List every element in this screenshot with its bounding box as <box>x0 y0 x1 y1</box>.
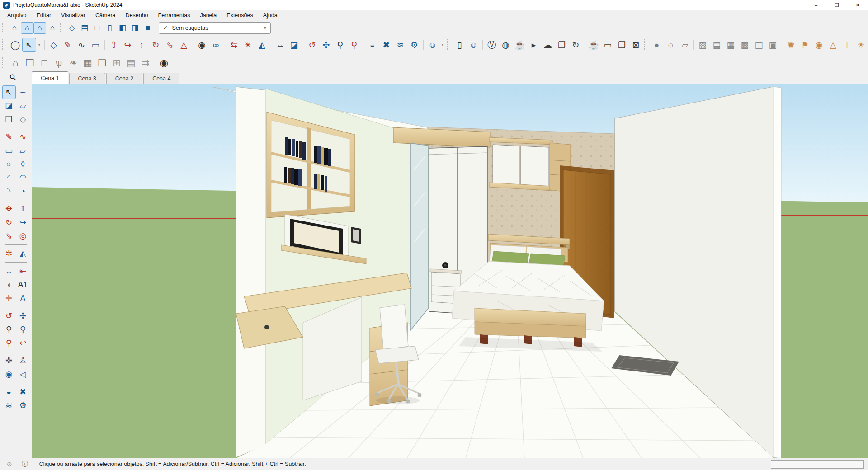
zoom-tool[interactable]: ⚲ <box>2 323 16 336</box>
style-xray-button[interactable]: ◇ <box>66 22 78 34</box>
vray-omni-light-button[interactable]: ☀ <box>854 38 868 52</box>
menu-item[interactable]: Ajuda <box>258 11 283 19</box>
vray-render-button[interactable]: ☕ <box>513 38 527 52</box>
rectangle-tool[interactable]: ▭ <box>2 144 16 157</box>
orbit-tool[interactable]: ↺ <box>305 38 319 52</box>
vray-infinite-plane-button[interactable]: ◫ <box>752 38 766 52</box>
vray-cone-light-button[interactable]: △ <box>826 38 840 52</box>
move-tool[interactable]: ↕ <box>135 38 149 52</box>
extension-globe-tool[interactable]: ◒ <box>2 385 16 399</box>
freehand-tool[interactable]: ∿ <box>75 38 89 52</box>
follow-me-tool[interactable]: ↪ <box>16 216 30 229</box>
three-point-arc-tool[interactable]: ◝ <box>2 184 16 198</box>
add-collaborator-button[interactable]: ☺ <box>467 38 481 52</box>
push-pull-tool[interactable]: ⇧ <box>107 38 121 52</box>
select-tool[interactable]: ↖ <box>2 85 16 99</box>
vray-checker-button[interactable]: ▩ <box>738 38 752 52</box>
rotate-tool[interactable]: ↻ <box>149 38 163 52</box>
rotate-tool[interactable]: ↻ <box>2 216 16 229</box>
extension-settings-tool[interactable]: ⚙ <box>16 399 30 412</box>
style-hidden-line-button[interactable]: ▯ <box>104 22 116 34</box>
protractor-tool[interactable]: ◖ <box>2 278 16 291</box>
text-tool[interactable]: A1 <box>16 278 30 291</box>
solid-tools-button[interactable]: ◭ <box>255 38 269 52</box>
box-tool[interactable]: ❒ <box>23 56 37 69</box>
menu-item[interactable]: Janela <box>195 11 222 19</box>
extension-globe-button[interactable]: ◒ <box>365 38 379 52</box>
vray-fur-button[interactable]: ▤ <box>710 38 724 52</box>
eye-tool[interactable]: ◁ <box>16 367 30 381</box>
left-wall-outer-edge[interactable] <box>236 87 267 457</box>
vray-cloud-button[interactable]: ☁ <box>541 38 555 52</box>
vray-lock-button[interactable]: ⊠ <box>629 38 643 52</box>
line-tool[interactable]: ✎ <box>2 130 16 144</box>
paint-bucket-tool[interactable]: ◪ <box>287 38 301 52</box>
solid-union-tool[interactable]: ✲ <box>2 247 16 260</box>
menu-item[interactable]: Ferramentas <box>153 11 195 19</box>
viewport-3d[interactable] <box>32 84 868 458</box>
vray-clipper-button[interactable]: ▨ <box>696 38 710 52</box>
account-button[interactable]: ☺ <box>425 38 439 52</box>
toolbar-grip[interactable] <box>2 23 6 33</box>
style-shaded-button[interactable]: ◧ <box>116 22 129 34</box>
paint-bucket-tool[interactable]: ◪ <box>2 99 16 113</box>
pan-tool[interactable]: ✣ <box>16 309 30 323</box>
measurements-input[interactable] <box>771 460 864 469</box>
vray-batch-render-button[interactable]: ☕ <box>587 38 601 52</box>
scale-tool[interactable]: ⇘ <box>2 229 16 243</box>
move-tool[interactable]: ✥ <box>2 202 16 216</box>
look-around-tool[interactable]: ◉ <box>2 367 16 381</box>
close-button[interactable]: ✕ <box>847 0 868 10</box>
eraser-tool[interactable]: ▱ <box>16 99 30 113</box>
toolbar-grip[interactable] <box>60 23 64 33</box>
vray-asset-editor-button[interactable]: ◍ <box>499 38 513 52</box>
solid-tools-button[interactable]: ◭ <box>16 247 30 260</box>
vray-sphere-button[interactable]: ● <box>650 38 664 52</box>
eraser-tool[interactable]: ◇ <box>47 38 61 52</box>
vray-spot-light-button[interactable]: ⚑ <box>798 38 812 52</box>
view-top-button[interactable]: ⌂ <box>21 22 33 34</box>
geolocation-icon[interactable]: ⊙ <box>4 460 15 468</box>
grid-array-tool[interactable]: ⊞ <box>109 56 124 69</box>
components-tool[interactable]: ❒ <box>2 113 16 126</box>
3d-text-tool[interactable]: A <box>16 291 30 305</box>
position-camera-tool[interactable]: ✜ <box>2 354 16 367</box>
pan-tool[interactable]: ✣ <box>319 38 333 52</box>
look-around-tool[interactable]: ◉ <box>195 38 209 52</box>
zoom-tool[interactable]: ⚲ <box>333 38 347 52</box>
search-icon[interactable]: ⚲ <box>7 72 19 83</box>
vray-proxy-button[interactable]: ▣ <box>766 38 780 52</box>
vray-plane-button[interactable]: ▱ <box>678 38 692 52</box>
vray-refresh-button[interactable]: ↻ <box>569 38 583 52</box>
view-front-button[interactable]: ⌂ <box>33 22 46 34</box>
wire-box-tool[interactable]: □ <box>37 56 52 69</box>
extension-mirror-button[interactable]: ✖ <box>379 38 393 52</box>
axes-tool[interactable]: ✛ <box>2 291 16 305</box>
style-monochrome-button[interactable]: ■ <box>142 22 154 34</box>
freehand-tool[interactable]: ∿ <box>16 130 30 144</box>
menu-item[interactable]: Editar <box>31 11 56 19</box>
style-wireframe-button[interactable]: □ <box>91 22 104 34</box>
tape-measure-tool[interactable]: ↔ <box>273 38 287 52</box>
extension-layers-tool[interactable]: ≋ <box>2 399 16 412</box>
select-tool[interactable]: ↖ <box>22 38 36 52</box>
extension-settings-button[interactable]: ⚙ <box>407 38 421 52</box>
vray-light-gen-button[interactable]: ✺ <box>784 38 798 52</box>
push-pull-tool[interactable]: ⇧ <box>16 202 30 216</box>
tag-filter-dropdown[interactable]: ✓ Sem etiquetas ▾ <box>159 22 271 34</box>
grid-fill-tool[interactable]: ▦ <box>80 56 95 69</box>
tape-measure-tool[interactable]: ↔ <box>2 264 16 278</box>
minimize-button[interactable]: – <box>806 0 826 10</box>
account-caret[interactable]: ▾ <box>439 38 446 52</box>
flip-tool[interactable]: ⇆ <box>227 38 241 52</box>
new-document-button[interactable]: ▯ <box>453 38 467 52</box>
style-shaded-textures-button[interactable]: ◨ <box>129 22 142 34</box>
style-back-edges-button[interactable]: ▤ <box>78 22 91 34</box>
compass-tool[interactable]: ◉ <box>157 56 171 69</box>
vray-render-frame-button[interactable]: ❒ <box>615 38 629 52</box>
scene-tab[interactable]: Cena 4 <box>143 73 179 84</box>
scene-tab[interactable]: Cena 1 <box>32 71 68 84</box>
extension-mirror-tool[interactable]: ✖ <box>16 385 30 399</box>
roof-tool[interactable]: ⌂ <box>8 56 23 69</box>
vray-stand-light-button[interactable]: ⊤ <box>840 38 854 52</box>
